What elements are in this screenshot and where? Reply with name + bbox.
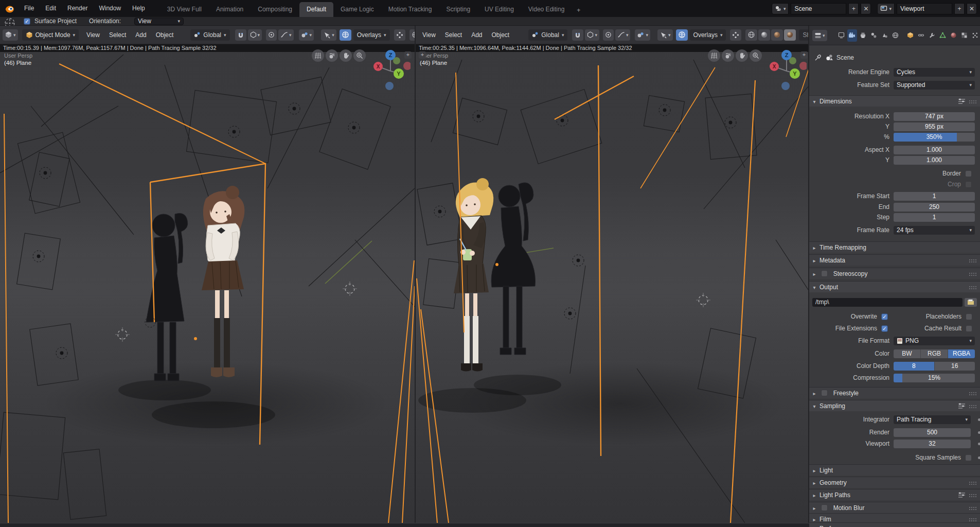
tab-motion-tracking[interactable]: Motion Tracking <box>381 2 439 17</box>
viewport-left[interactable]: ▾ Object Mode ▾ View Select Add Object G… <box>0 26 415 523</box>
tab-data[interactable] <box>938 29 948 42</box>
shading-rendered-button[interactable] <box>784 29 796 41</box>
grid-toggle-button[interactable] <box>708 49 720 62</box>
animate-dot-icon[interactable] <box>978 418 980 421</box>
frame-start-field[interactable]: 1 <box>894 192 975 201</box>
tab-tool[interactable] <box>836 29 846 42</box>
zoom-button[interactable] <box>750 49 762 62</box>
snap-target-dropdown[interactable]: ▾ <box>248 29 262 41</box>
menu-window[interactable]: Window <box>93 0 127 17</box>
mode-dropdown[interactable]: Object Mode ▾ <box>22 29 79 41</box>
tab-texture[interactable] <box>959 29 969 42</box>
proportional-editing-toggle[interactable] <box>266 29 277 41</box>
depth-16-button[interactable]: 16 <box>935 362 975 371</box>
character-girl-left[interactable] <box>202 186 244 377</box>
animate-dot-icon[interactable] <box>978 431 980 434</box>
frame-rate-dropdown[interactable]: 24 fps▾ <box>894 226 975 235</box>
menu-object[interactable]: Object <box>487 31 514 39</box>
orientation-dropdown[interactable]: View ▾ <box>134 17 184 25</box>
shading-wireframe-button[interactable] <box>745 29 757 41</box>
animate-dot-icon[interactable] <box>978 443 980 445</box>
shading-material-button[interactable] <box>771 29 783 41</box>
section-motion-blur[interactable]: ▸ Motion Blur <box>809 502 980 513</box>
square-samples-checkbox[interactable] <box>965 454 972 461</box>
menu-render[interactable]: Render <box>62 0 93 17</box>
tab-view-layer[interactable] <box>869 29 879 42</box>
section-light[interactable]: ▸Light <box>809 464 980 476</box>
tab-particles[interactable] <box>970 29 980 42</box>
tab-game-logic[interactable]: Game Logic <box>333 2 381 17</box>
surface-project-checkbox[interactable]: ✓ <box>24 18 30 25</box>
menu-select[interactable]: Select <box>440 31 467 39</box>
show-overlays-toggle[interactable] <box>340 29 351 41</box>
gizmos-toggle[interactable] <box>730 29 741 41</box>
tab-uv-editing[interactable]: UV Editing <box>477 2 521 17</box>
pivot-point-dropdown[interactable]: ▾ <box>299 29 314 41</box>
shading-wireframe-button[interactable] <box>409 29 415 41</box>
orbit-button[interactable] <box>326 49 338 62</box>
grid-toggle-button[interactable] <box>312 49 324 62</box>
tab-animation[interactable]: Animation <box>209 2 251 17</box>
browse-folder-button[interactable] <box>965 298 977 307</box>
drag-grip-icon[interactable] <box>969 481 977 485</box>
menu-select[interactable]: Select <box>104 31 131 39</box>
drag-grip-icon[interactable] <box>969 518 977 521</box>
viewport-close-button[interactable]: ✕ <box>967 3 977 14</box>
overlays-dropdown[interactable]: Overlays ▾ <box>690 29 726 41</box>
show-overlays-toggle[interactable] <box>676 29 688 41</box>
drag-grip-icon[interactable] <box>969 405 977 408</box>
drag-grip-icon[interactable] <box>969 286 977 289</box>
section-time-remapping[interactable]: ▸Time Remapping <box>809 241 980 253</box>
shading-solid-button[interactable] <box>758 29 770 41</box>
menu-add[interactable]: Add <box>131 31 151 39</box>
add-workspace-button[interactable]: + <box>572 3 585 17</box>
section-metadata[interactable]: ▸Metadata <box>809 254 980 266</box>
scene-browse-button[interactable]: ▾ <box>772 3 789 14</box>
overwrite-checkbox[interactable]: ✓ <box>881 313 888 320</box>
presets-icon[interactable] <box>958 98 966 104</box>
tab-world[interactable] <box>890 29 900 42</box>
sidebar-expand-button[interactable]: + <box>404 51 412 59</box>
tab-render[interactable] <box>847 29 857 42</box>
drag-grip-icon[interactable] <box>969 259 977 262</box>
pivot-point-dropdown[interactable]: ▾ <box>635 29 650 41</box>
tab-modifiers[interactable] <box>927 29 937 42</box>
resolution-percent-slider[interactable]: 350% <box>894 133 975 142</box>
menu-add[interactable]: Add <box>467 31 487 39</box>
drag-grip-icon[interactable] <box>969 392 977 395</box>
resolution-x-field[interactable]: 747 px <box>894 112 975 121</box>
pan-button[interactable] <box>736 49 748 62</box>
tab-3d-view-full[interactable]: 3D View Full <box>160 2 209 17</box>
integrator-dropdown[interactable]: Path Tracing▾ <box>894 415 971 424</box>
viewport-browse-button[interactable]: ▾ <box>877 3 895 14</box>
sidebar-expand-button[interactable]: + <box>800 51 808 59</box>
gizmos-toggle[interactable] <box>394 29 405 41</box>
output-path-field[interactable]: /tmp\ <box>812 298 963 307</box>
character-silhouette-right[interactable] <box>491 183 535 355</box>
tab-scene[interactable] <box>880 29 889 42</box>
tab-output[interactable] <box>858 29 868 42</box>
viewport-add-button[interactable]: + <box>954 3 965 14</box>
section-sampling[interactable]: ▾Sampling <box>809 400 980 411</box>
render-samples-field[interactable]: 500 <box>894 428 971 437</box>
file-format-dropdown[interactable]: PNG ▾ <box>894 337 975 345</box>
menu-view[interactable]: View <box>82 31 104 39</box>
menu-file[interactable]: File <box>19 0 40 17</box>
border-checkbox[interactable] <box>965 170 972 177</box>
compression-slider[interactable]: 15% <box>894 374 975 382</box>
editor-type-dropdown[interactable]: ▾ <box>812 30 827 41</box>
section-output[interactable]: ▾Output <box>809 281 980 292</box>
viewport-right[interactable]: View Select Add Object Global ▾ ▾ ▾ <box>416 26 809 523</box>
section-dimensions[interactable]: ▾Dimensions <box>809 95 980 107</box>
color-bw-button[interactable]: BW <box>894 349 921 358</box>
section-light-paths[interactable]: ▸Light Paths <box>809 489 980 500</box>
animate-dot-icon[interactable] <box>978 456 980 459</box>
section-performance[interactable]: ▸Performance <box>809 522 980 527</box>
frame-end-field[interactable]: 250 <box>894 203 975 212</box>
aspect-x-field[interactable]: 1.000 <box>894 146 975 154</box>
drag-grip-icon[interactable] <box>969 506 977 510</box>
stereoscopy-checkbox[interactable] <box>821 270 828 277</box>
section-stereoscopy[interactable]: ▸ Stereoscopy <box>809 268 980 279</box>
feature-set-dropdown[interactable]: Supported▾ <box>894 81 975 90</box>
tab-constraints[interactable] <box>916 29 926 42</box>
